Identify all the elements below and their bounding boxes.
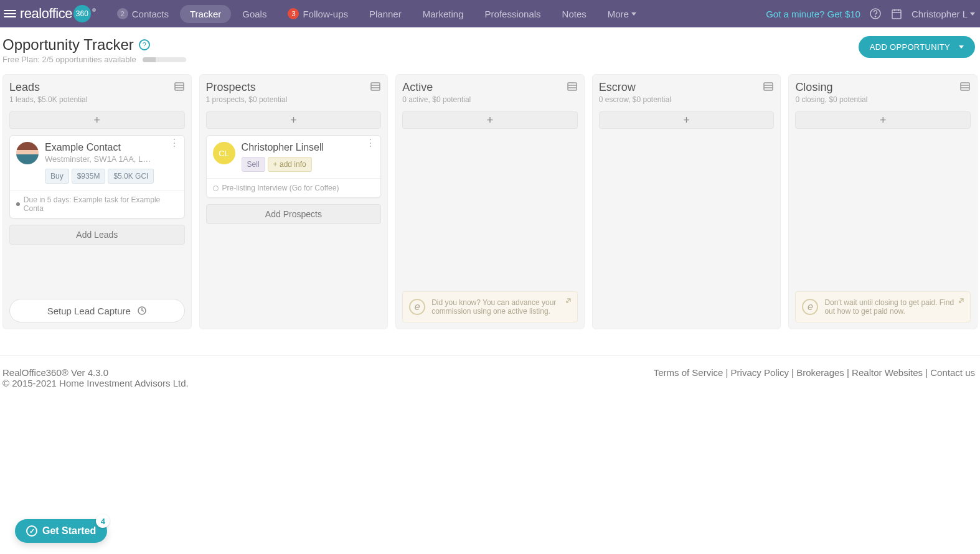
list-view-icon[interactable] — [959, 81, 971, 92]
tag-add-info[interactable]: + add info — [268, 157, 312, 172]
badge-count: 3 — [288, 8, 299, 19]
link-privacy[interactable]: Privacy Policy — [731, 367, 789, 378]
initials: CL — [219, 149, 229, 158]
nav-label: Planner — [369, 9, 402, 19]
logo-text: realoffice — [20, 6, 72, 22]
link-tos[interactable]: Terms of Service — [654, 367, 723, 378]
list-view-icon[interactable] — [174, 81, 185, 92]
link-realtor[interactable]: Realtor Websites — [852, 367, 923, 378]
avatar — [16, 142, 39, 164]
nav-right: Got a minute? Get $10 Christopher L — [766, 7, 975, 20]
copyright-text: © 2015-2021 Home Investment Advisors Ltd… — [2, 378, 189, 388]
add-leads-button[interactable]: Add Leads — [9, 225, 185, 245]
list-view-icon[interactable] — [567, 81, 578, 92]
column-leads: Leads 1 leads, $5.0K potential + Example… — [2, 74, 192, 329]
task-text: Pre-listing Interview (Go for Coffee) — [222, 184, 339, 192]
nav-tracker[interactable]: Tracker — [180, 5, 231, 23]
column-subtitle: 0 active, $0 potential — [402, 95, 471, 104]
chevron-down-icon — [970, 12, 975, 16]
nav-more[interactable]: More — [598, 5, 646, 23]
menu-icon[interactable] — [2, 6, 17, 21]
help-question-icon[interactable]: ? — [139, 39, 150, 50]
nav-goals[interactable]: Goals — [232, 5, 276, 23]
lead-card[interactable]: Example Contact Westminster, SW1A 1AA, L… — [9, 135, 185, 218]
nav-followups[interactable]: 3 Follow-ups — [278, 4, 358, 23]
status-circle-icon — [213, 185, 219, 191]
promo-link[interactable]: Got a minute? Get $10 — [766, 9, 860, 19]
list-view-icon[interactable] — [763, 81, 774, 92]
nav-professionals[interactable]: Professionals — [475, 5, 551, 23]
footer: RealOffice360® Ver 4.3.0 © 2015-2021 Hom… — [0, 355, 980, 426]
button-label: Add Prospects — [265, 209, 322, 219]
tip-text: Did you know? You can advance your commi… — [431, 298, 571, 316]
svg-rect-6 — [568, 83, 577, 90]
prospect-card[interactable]: CL Christopher Linsell Sell + add info ⋮… — [206, 135, 382, 198]
nav-planner[interactable]: Planner — [359, 5, 412, 23]
user-menu[interactable]: Christopher L — [912, 9, 975, 19]
nav-label: Marketing — [423, 9, 464, 19]
tag-type: Sell — [242, 157, 265, 172]
due-text: Due in 5 days: Example task for Example … — [24, 195, 178, 213]
tip-icon: e — [802, 299, 818, 315]
svg-rect-2 — [892, 10, 901, 19]
tag-type: Buy — [45, 169, 69, 184]
column-subtitle: 0 escrow, $0 potential — [599, 95, 671, 104]
help-icon[interactable] — [869, 7, 882, 20]
tip-icon: e — [409, 299, 425, 315]
nav-label: Tracker — [190, 9, 221, 19]
add-card-button[interactable]: + — [402, 111, 578, 129]
logo-badge-360: 360 — [73, 5, 91, 22]
tip-active[interactable]: e Did you know? You can advance your com… — [402, 291, 578, 322]
more-options-icon[interactable]: ⋮ — [365, 141, 375, 146]
column-escrow: Escrow 0 escrow, $0 potential + — [592, 74, 781, 329]
badge-count: 2 — [117, 8, 128, 19]
calendar-icon[interactable] — [890, 7, 903, 20]
top-nav: realoffice 360 ® 2 Contacts Tracker Goal… — [0, 0, 980, 27]
nav-items: 2 Contacts Tracker Goals 3 Follow-ups Pl… — [107, 4, 766, 23]
plan-progress — [143, 57, 186, 62]
link-contact[interactable]: Contact us — [930, 367, 975, 378]
chevron-down-icon — [959, 45, 964, 49]
card-name: Example Contact — [45, 142, 178, 153]
card-address: Westminster, SW1A 1AA, Lond... — [45, 154, 154, 164]
card-name: Christopher Linsell — [242, 142, 375, 153]
column-title: Closing — [795, 81, 867, 94]
svg-rect-8 — [961, 83, 969, 90]
avatar-initials: CL — [213, 142, 235, 164]
column-subtitle: 1 prospects, $0 potential — [206, 95, 288, 104]
column-closing: Closing 0 closing, $0 potential + e Don'… — [788, 74, 978, 329]
nav-label: Notes — [562, 9, 587, 19]
more-options-icon[interactable]: ⋮ — [169, 141, 179, 146]
tip-text: Don't wait until closing to get paid. Fi… — [824, 298, 964, 316]
footer-links: Terms of Service | Privacy Policy | Brok… — [654, 367, 975, 388]
add-prospects-button[interactable]: Add Prospects — [206, 204, 382, 224]
page-header: Opportunity Tracker ? Free Plan: 2/5 opp… — [0, 27, 980, 67]
column-subtitle: 1 leads, $5.0K potential — [9, 95, 87, 104]
trademark-icon: ® — [92, 7, 96, 13]
svg-point-1 — [875, 16, 875, 17]
nav-label: More — [608, 9, 629, 19]
svg-rect-5 — [371, 83, 380, 90]
nav-marketing[interactable]: Marketing — [413, 5, 474, 23]
add-opportunity-button[interactable]: ADD OPPORTUNITY — [859, 36, 975, 58]
nav-notes[interactable]: Notes — [552, 5, 596, 23]
list-view-icon[interactable] — [370, 81, 381, 92]
nav-label: Follow-ups — [303, 9, 348, 19]
column-title: Escrow — [599, 81, 671, 94]
add-card-button[interactable]: + — [795, 111, 971, 129]
column-prospects: Prospects 1 prospects, $0 potential + CL… — [199, 74, 389, 329]
add-card-button[interactable]: + — [9, 111, 185, 129]
add-card-button[interactable]: + — [599, 111, 775, 129]
svg-rect-7 — [764, 83, 773, 90]
add-card-button[interactable]: + — [206, 111, 382, 129]
version-text: RealOffice360® Ver 4.3.0 — [2, 367, 189, 378]
link-brokerages[interactable]: Brokerages — [796, 367, 844, 378]
tag-gci: $5.0K GCI — [108, 169, 154, 184]
chevron-down-icon — [631, 12, 636, 16]
nav-contacts[interactable]: 2 Contacts — [107, 4, 179, 23]
setup-lead-capture-button[interactable]: Setup Lead Capture — [9, 299, 185, 322]
tip-closing[interactable]: e Don't wait until closing to get paid. … — [795, 291, 971, 322]
logo[interactable]: realoffice 360 ® — [20, 5, 96, 22]
user-name: Christopher L — [912, 9, 968, 19]
kanban-board: Leads 1 leads, $5.0K potential + Example… — [0, 67, 980, 337]
